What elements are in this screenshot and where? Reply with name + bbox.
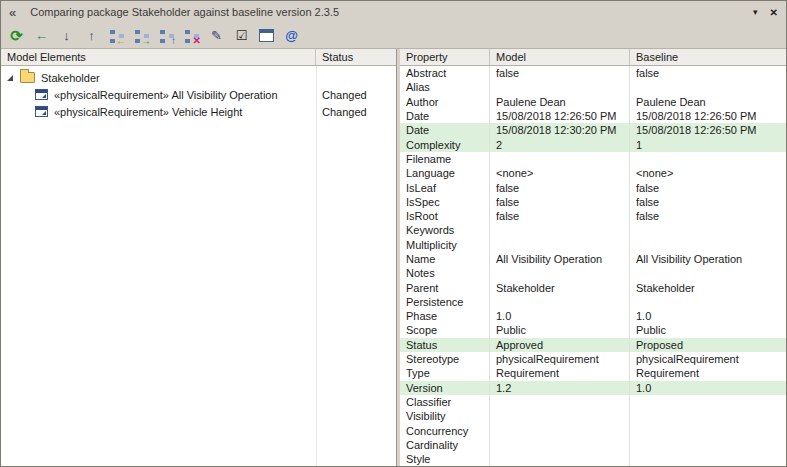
column-header-status[interactable]: Status: [316, 49, 396, 65]
property-row[interactable]: TypeRequirementRequirement: [400, 366, 786, 380]
expand-toggle-icon[interactable]: [7, 75, 13, 81]
property-row[interactable]: Phase1.01.0: [400, 309, 786, 323]
merge-icon[interactable]: ←: [30, 25, 53, 47]
baseline-cell: <none>: [630, 166, 786, 180]
revert-to-baseline-icon[interactable]: [155, 25, 178, 47]
property-row[interactable]: Language<none><none>: [400, 166, 786, 180]
refresh-icon[interactable]: ⟳: [5, 25, 28, 47]
column-header-property[interactable]: Property: [400, 49, 490, 65]
status-cell: Changed: [316, 106, 396, 118]
view-log-icon[interactable]: [255, 25, 278, 47]
next-difference-icon[interactable]: ↓: [55, 25, 78, 47]
window-menu-icon[interactable]: ▾: [753, 7, 758, 17]
baseline-cell: 15/08/2018 12:26:50 PM: [630, 123, 786, 137]
tree-item[interactable]: «physicalRequirement» Vehicle HeightChan…: [1, 103, 396, 120]
content-area: Model Elements Status Stakeholder «physi…: [1, 49, 786, 466]
baseline-cell: [630, 223, 786, 237]
model-cell: [490, 238, 630, 252]
help-icon[interactable]: @: [280, 25, 303, 47]
baseline-cell: false: [630, 195, 786, 209]
column-header-model[interactable]: Model: [490, 49, 630, 65]
tree-item-label: «physicalRequirement» Vehicle Height: [54, 106, 316, 118]
model-cell: [490, 438, 630, 452]
property-cell: Type: [400, 366, 490, 380]
baseline-cell: 1.0: [630, 381, 786, 395]
baseline-cell: [630, 266, 786, 280]
property-row[interactable]: AuthorPaulene DeanPaulene Dean: [400, 95, 786, 109]
property-cell: Status: [400, 338, 490, 352]
property-row[interactable]: IsRootfalsefalse: [400, 209, 786, 223]
baseline-cell: false: [630, 180, 786, 194]
model-cell: [490, 395, 630, 409]
property-cell: Language: [400, 166, 490, 180]
property-row[interactable]: Filename: [400, 152, 786, 166]
model-cell: 1.2: [490, 381, 630, 395]
property-row[interactable]: IsSpecfalsefalse: [400, 195, 786, 209]
baseline-cell: Stakeholder: [630, 280, 786, 294]
baseline-cell: Proposed: [630, 338, 786, 352]
tree-item-stakeholder[interactable]: Stakeholder: [1, 69, 396, 86]
titlebar: « Comparing package Stakeholder against …: [1, 1, 786, 23]
model-cell: 1.0: [490, 309, 630, 323]
baseline-cell: [630, 152, 786, 166]
property-cell: IsRoot: [400, 209, 490, 223]
property-row[interactable]: StereotypephysicalRequirementphysicalReq…: [400, 352, 786, 366]
model-cell: physicalRequirement: [490, 352, 630, 366]
property-cell: Version: [400, 381, 490, 395]
tree-item-label: «physicalRequirement» All Visibility Ope…: [54, 89, 316, 101]
column-header-model-elements[interactable]: Model Elements: [1, 49, 316, 65]
property-row[interactable]: Multiplicity: [400, 238, 786, 252]
remove-from-model-icon[interactable]: [180, 25, 203, 47]
collapse-panel-icon[interactable]: «: [9, 6, 16, 19]
baseline-cell: [630, 438, 786, 452]
model-cell: [490, 223, 630, 237]
property-row[interactable]: StatusApprovedProposed: [400, 338, 786, 352]
window-title: Comparing package Stakeholder against ba…: [30, 6, 753, 18]
model-cell: Paulene Dean: [490, 95, 630, 109]
baseline-cell: [630, 409, 786, 423]
model-cell: [490, 152, 630, 166]
close-icon[interactable]: ✕: [770, 7, 778, 18]
property-cell: Date: [400, 123, 490, 137]
column-header-baseline[interactable]: Baseline: [630, 49, 786, 65]
toolbar: ⟳←↓↑✎☑@: [1, 23, 786, 49]
model-cell: false: [490, 209, 630, 223]
property-row[interactable]: Complexity21: [400, 137, 786, 151]
property-cell: IsSpec: [400, 195, 490, 209]
property-row[interactable]: Style: [400, 452, 786, 466]
model-cell: [490, 295, 630, 309]
property-row[interactable]: Notes: [400, 266, 786, 280]
property-row[interactable]: Cardinality: [400, 438, 786, 452]
property-cell: Parent: [400, 280, 490, 294]
baseline-cell: [630, 295, 786, 309]
edit-icon[interactable]: ✎: [205, 25, 228, 47]
property-row[interactable]: ParentStakeholderStakeholder: [400, 280, 786, 294]
model-tree: Stakeholder «physicalRequirement» All Vi…: [1, 66, 396, 466]
property-row[interactable]: Abstractfalsefalse: [400, 66, 786, 80]
model-cell: Approved: [490, 338, 630, 352]
property-row[interactable]: Version1.21.0: [400, 381, 786, 395]
property-row[interactable]: Concurrency: [400, 423, 786, 437]
merge-options-icon[interactable]: ☑: [230, 25, 253, 47]
property-cell: Abstract: [400, 66, 490, 80]
property-row[interactable]: Persistence: [400, 295, 786, 309]
element-icon: [35, 106, 48, 117]
property-row[interactable]: Date15/08/2018 12:26:50 PM15/08/2018 12:…: [400, 109, 786, 123]
model-cell: false: [490, 195, 630, 209]
property-row[interactable]: ScopePublicPublic: [400, 323, 786, 337]
property-row[interactable]: NameAll Visibility OperationAll Visibili…: [400, 252, 786, 266]
previous-difference-icon[interactable]: ↑: [80, 25, 103, 47]
baseline-cell: [630, 238, 786, 252]
tree-item[interactable]: «physicalRequirement» All Visibility Ope…: [1, 86, 396, 103]
status-cell: Changed: [316, 89, 396, 101]
property-row[interactable]: Visibility: [400, 409, 786, 423]
merge-to-model-icon[interactable]: [105, 25, 128, 47]
property-row[interactable]: IsLeaffalsefalse: [400, 180, 786, 194]
property-row[interactable]: Classifier: [400, 395, 786, 409]
model-cell: Requirement: [490, 366, 630, 380]
property-row[interactable]: Keywords: [400, 223, 786, 237]
property-row[interactable]: Alias: [400, 80, 786, 94]
property-row[interactable]: Date15/08/2018 12:30:20 PM15/08/2018 12:…: [400, 123, 786, 137]
merge-from-baseline-icon[interactable]: [130, 25, 153, 47]
property-cell: Stereotype: [400, 352, 490, 366]
